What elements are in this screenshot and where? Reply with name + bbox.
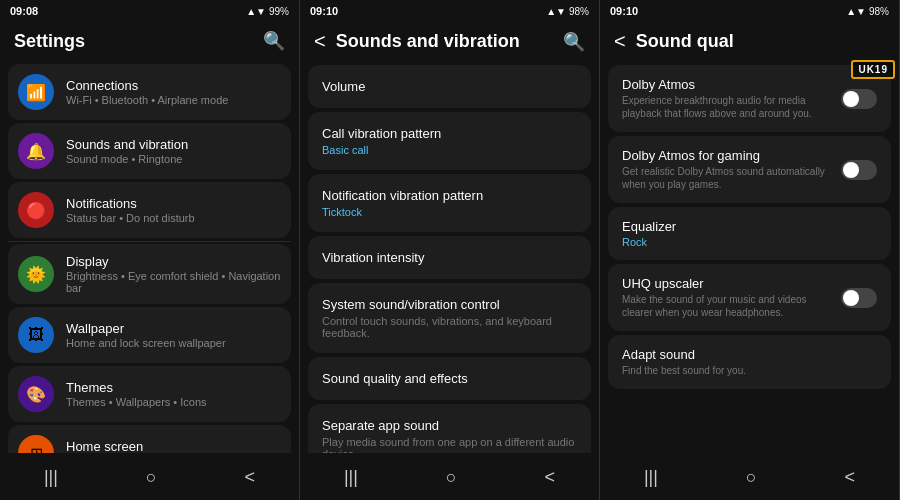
status-bar-2: 09:10 ▲▼ 98% (300, 0, 599, 22)
volume-section[interactable]: Volume (308, 65, 591, 108)
battery-2: 98% (569, 6, 589, 17)
equalizer-value: Rock (622, 236, 867, 248)
settings-list: 📶 Connections Wi-Fi • Bluetooth • Airpla… (0, 60, 299, 453)
themes-subtitle: Themes • Wallpapers • Icons (66, 396, 281, 408)
status-icons-3: ▲▼ 98% (846, 6, 889, 17)
vibration-intensity-item[interactable]: Vibration intensity (308, 236, 591, 279)
soundquality-content: Dolby Atmos Experience breakthrough audi… (600, 61, 899, 453)
settings-item-display[interactable]: 🌞 Display Brightness • Eye comfort shiel… (8, 244, 291, 304)
homescreen-title: Home screen (66, 439, 281, 453)
call-vibration-value: Basic call (322, 144, 577, 156)
nav-menu-1[interactable]: ||| (28, 463, 74, 492)
battery-3: 98% (869, 6, 889, 17)
call-vibration-item[interactable]: Call vibration pattern Basic call (308, 112, 591, 170)
connections-title: Connections (66, 78, 281, 93)
sounds-icon: 🔔 (18, 133, 54, 169)
search-icon-2[interactable]: 🔍 (563, 31, 585, 53)
notifications-icon: 🔴 (18, 192, 54, 228)
nav-home-1[interactable]: ○ (130, 463, 173, 492)
page-title-3: Sound qual (636, 31, 734, 52)
separate-app-item[interactable]: Separate app sound Play media sound from… (308, 404, 591, 453)
wallpaper-icon: 🖼 (18, 317, 54, 353)
system-sound-title: System sound/vibration control (322, 297, 577, 312)
themes-title: Themes (66, 380, 281, 395)
dolby-atmos-item[interactable]: Dolby Atmos Experience breakthrough audi… (608, 65, 891, 132)
nav-back-1[interactable]: < (229, 463, 272, 492)
sounds-content: Volume Call vibration pattern Basic call… (300, 61, 599, 453)
time-1: 09:08 (10, 5, 38, 17)
nav-back-3[interactable]: < (829, 463, 872, 492)
nav-menu-2[interactable]: ||| (328, 463, 374, 492)
header-3: < Sound qual (600, 22, 899, 61)
volume-title: Volume (322, 79, 577, 94)
uhq-title: UHQ upscaler (622, 276, 831, 291)
status-icons-1: ▲▼ 99% (246, 6, 289, 17)
separate-app-title: Separate app sound (322, 418, 577, 433)
settings-item-notifications[interactable]: 🔴 Notifications Status bar • Do not dist… (8, 182, 291, 238)
nav-bar-3: ||| ○ < (600, 453, 899, 500)
watermark: UK19 (851, 60, 895, 79)
homescreen-icon: ⊞ (18, 435, 54, 453)
display-subtitle: Brightness • Eye comfort shield • Naviga… (66, 270, 281, 294)
settings-item-connections[interactable]: 📶 Connections Wi-Fi • Bluetooth • Airpla… (8, 64, 291, 120)
uhq-subtitle: Make the sound of your music and videos … (622, 293, 831, 319)
notif-vibration-value: Ticktock (322, 206, 577, 218)
nav-back-2[interactable]: < (529, 463, 572, 492)
sound-quality-item[interactable]: Sound quality and effects (308, 357, 591, 400)
signal-icon-3: ▲▼ (846, 6, 866, 17)
search-icon-1[interactable]: 🔍 (263, 30, 285, 52)
call-vibration-title: Call vibration pattern (322, 126, 577, 141)
panel1-settings: 09:08 ▲▼ 99% Settings 🔍 📶 Connections Wi… (0, 0, 300, 500)
panel2-sounds: 09:10 ▲▼ 98% < Sounds and vibration 🔍 Vo… (300, 0, 600, 500)
dolby-atmos-toggle[interactable] (841, 89, 877, 109)
time-2: 09:10 (310, 5, 338, 17)
header-2: < Sounds and vibration 🔍 (300, 22, 599, 61)
back-icon-2[interactable]: < (314, 30, 326, 53)
equalizer-title: Equalizer (622, 219, 867, 234)
status-icons-2: ▲▼ 98% (546, 6, 589, 17)
system-sound-item[interactable]: System sound/vibration control Control t… (308, 283, 591, 353)
settings-item-sounds[interactable]: 🔔 Sounds and vibration Sound mode • Ring… (8, 123, 291, 179)
dolby-atmos-subtitle: Experience breakthrough audio for media … (622, 94, 831, 120)
sounds-title: Sounds and vibration (66, 137, 281, 152)
uhq-toggle[interactable] (841, 288, 877, 308)
divider-1 (8, 241, 291, 242)
display-title: Display (66, 254, 281, 269)
page-title-1: Settings (14, 31, 85, 52)
settings-item-homescreen[interactable]: ⊞ Home screen Layout • App icon badges (8, 425, 291, 453)
dolby-gaming-subtitle: Get realistic Dolby Atmos sound automati… (622, 165, 831, 191)
adapt-sound-subtitle: Find the best sound for you. (622, 364, 867, 377)
themes-icon: 🎨 (18, 376, 54, 412)
equalizer-item[interactable]: Equalizer Rock (608, 207, 891, 260)
nav-bar-2: ||| ○ < (300, 453, 599, 500)
nav-home-2[interactable]: ○ (430, 463, 473, 492)
notifications-title: Notifications (66, 196, 281, 211)
panel3-soundquality: 09:10 ▲▼ 98% < Sound qual UK19 Dolby Atm… (600, 0, 900, 500)
settings-item-wallpaper[interactable]: 🖼 Wallpaper Home and lock screen wallpap… (8, 307, 291, 363)
dolby-gaming-toggle[interactable] (841, 160, 877, 180)
nav-bar-1: ||| ○ < (0, 453, 299, 500)
back-icon-3[interactable]: < (614, 30, 626, 53)
wallpaper-subtitle: Home and lock screen wallpaper (66, 337, 281, 349)
signal-icon-2: ▲▼ (546, 6, 566, 17)
settings-item-themes[interactable]: 🎨 Themes Themes • Wallpapers • Icons (8, 366, 291, 422)
adapt-sound-item[interactable]: Adapt sound Find the best sound for you. (608, 335, 891, 389)
header-1: Settings 🔍 (0, 22, 299, 60)
signal-icon-1: ▲▼ (246, 6, 266, 17)
sound-quality-title: Sound quality and effects (322, 371, 577, 386)
status-bar-1: 09:08 ▲▼ 99% (0, 0, 299, 22)
adapt-sound-title: Adapt sound (622, 347, 867, 362)
display-icon: 🌞 (18, 256, 54, 292)
sounds-subtitle: Sound mode • Ringtone (66, 153, 281, 165)
dolby-gaming-item[interactable]: Dolby Atmos for gaming Get realistic Dol… (608, 136, 891, 203)
notifications-subtitle: Status bar • Do not disturb (66, 212, 281, 224)
nav-home-3[interactable]: ○ (730, 463, 773, 492)
system-sound-subtitle: Control touch sounds, vibrations, and ke… (322, 315, 577, 339)
page-title-2: Sounds and vibration (336, 31, 520, 52)
dolby-atmos-title: Dolby Atmos (622, 77, 831, 92)
connections-subtitle: Wi-Fi • Bluetooth • Airplane mode (66, 94, 281, 106)
notif-vibration-item[interactable]: Notification vibration pattern Ticktock (308, 174, 591, 232)
separate-app-subtitle: Play media sound from one app on a diffe… (322, 436, 577, 453)
nav-menu-3[interactable]: ||| (628, 463, 674, 492)
uhq-item[interactable]: UHQ upscaler Make the sound of your musi… (608, 264, 891, 331)
